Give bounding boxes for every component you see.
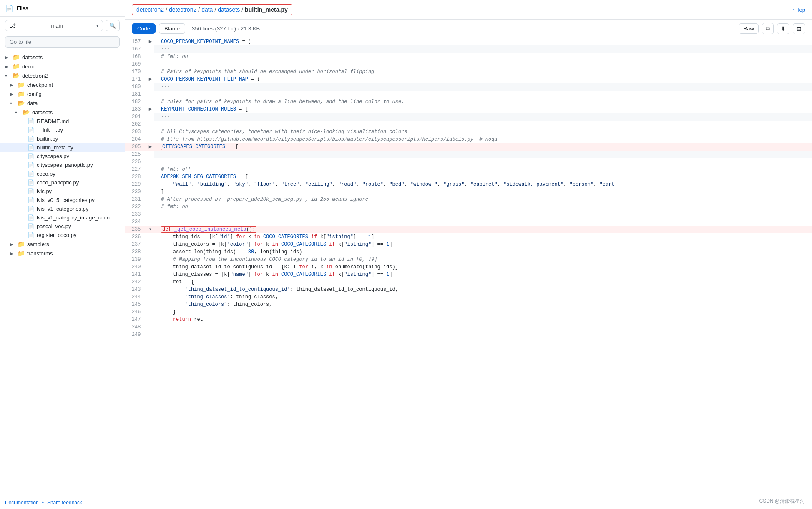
expand-button	[146, 323, 154, 331]
code-content: assert len(thing_ids) == 80, len(thing_i…	[154, 248, 812, 256]
table-row: 171 ▶ COCO_PERSON_KEYPOINT_FLIP_MAP = (	[125, 76, 812, 83]
expand-button[interactable]: ▶	[146, 38, 154, 45]
line-number: 242	[125, 278, 146, 286]
sidebar-item-datasets[interactable]: ▶ 📁 datasets	[0, 53, 125, 62]
code-content: ···	[154, 113, 812, 121]
table-row: 242 ret = {	[125, 278, 812, 286]
expand-button	[146, 293, 154, 301]
sidebar-item-config[interactable]: ▶ 📁 config	[0, 89, 125, 98]
sidebar-item-cityscapes[interactable]: 📄 cityscapes.py	[0, 152, 125, 161]
sidebar-item-register-coco[interactable]: 📄 register_coco.py	[0, 231, 125, 239]
line-number: 167	[125, 45, 146, 53]
expand-button	[146, 248, 154, 256]
table-row: 228 ADE20K_SEM_SEG_CATEGORIES = [	[125, 173, 812, 181]
sidebar-item-builtin[interactable]: 📄 builtin.py	[0, 134, 125, 143]
folder-icon: 📁	[18, 81, 25, 88]
sidebar-item-init[interactable]: 📄 __init__.py	[0, 126, 125, 134]
line-number: 204	[125, 136, 146, 143]
code-content: ]	[154, 188, 812, 196]
sidebar-item-label: datasets	[22, 54, 43, 60]
main-content: detectron2 / detectron2 / data / dataset…	[125, 0, 812, 509]
sidebar-item-label: builtin_meta.py	[37, 144, 73, 151]
chevron-down-icon: ▾	[15, 110, 20, 115]
breadcrumb-sep: /	[214, 6, 216, 13]
breadcrumb-link-data[interactable]: data	[201, 6, 213, 13]
code-content	[154, 121, 812, 128]
breadcrumb-link-detectron2[interactable]: detectron2	[169, 6, 196, 13]
sidebar-item-pascal-voc[interactable]: 📄 pascal_voc.py	[0, 222, 125, 231]
expand-button	[146, 128, 154, 136]
line-number: 181	[125, 91, 146, 98]
expand-button	[146, 263, 154, 271]
sidebar-item-lvis[interactable]: 📄 lvis.py	[0, 187, 125, 196]
copy-button[interactable]: ⧉	[762, 23, 774, 34]
sidebar-item-lvis-v0[interactable]: 📄 lvis_v0_5_categories.py	[0, 196, 125, 204]
sidebar-item-data[interactable]: ▾ 📂 data	[0, 98, 125, 108]
code-content: "wall", "building", "sky", "floor", "tre…	[154, 181, 812, 188]
table-row: 239 # Mapping from the incontinuous COCO…	[125, 256, 812, 263]
settings-button[interactable]: ⊞	[793, 23, 805, 34]
sidebar-item-lvis-v1-image[interactable]: 📄 lvis_v1_category_image_coun...	[0, 213, 125, 222]
sidebar-title: Files	[17, 5, 28, 11]
expand-button	[146, 331, 154, 338]
sidebar-item-transforms[interactable]: ▶ 📁 transforms	[0, 249, 125, 258]
breadcrumb-link-detectron2-root[interactable]: detectron2	[136, 6, 164, 13]
sidebar-item-demo[interactable]: ▶ 📁 demo	[0, 62, 125, 71]
chevron-right-icon: ▶	[5, 55, 10, 60]
sidebar-item-coco-panoptic[interactable]: 📄 coco_panoptic.py	[0, 178, 125, 187]
raw-button[interactable]: Raw	[739, 23, 759, 34]
code-content: thing_classes = [k["name"] for k in COCO…	[154, 271, 812, 278]
line-number: 227	[125, 166, 146, 173]
expand-button[interactable]: ▶	[146, 143, 154, 151]
expand-button[interactable]: ▶	[146, 106, 154, 113]
expand-button[interactable]: ▾	[146, 226, 154, 233]
branch-dropdown[interactable]: ⎇ main ▾	[5, 20, 103, 31]
sidebar-item-detectron2[interactable]: ▾ 📂 detectron2	[0, 71, 125, 80]
line-number: 240	[125, 263, 146, 271]
line-number: 233	[125, 211, 146, 218]
sidebar-item-data-datasets[interactable]: ▾ 📂 datasets	[0, 108, 125, 117]
sidebar-item-cityscapes-panoptic[interactable]: 📄 cityscapes_panoptic.py	[0, 161, 125, 169]
code-content: # rules for pairs of keypoints to draw a…	[154, 98, 812, 106]
breadcrumb-link-datasets[interactable]: datasets	[218, 6, 240, 13]
search-input[interactable]	[5, 36, 120, 48]
line-number: 235	[125, 226, 146, 233]
chevron-down-icon: ▾	[5, 73, 10, 78]
table-row: 167 ···	[125, 45, 812, 53]
code-content: ADE20K_SEM_SEG_CATEGORIES = [	[154, 173, 812, 181]
sidebar-item-label: lvis_v1_categories.py	[37, 206, 88, 212]
line-number: 168	[125, 53, 146, 60]
code-content: ret = {	[154, 278, 812, 286]
sidebar-item-label: pascal_voc.py	[37, 223, 71, 229]
search-button[interactable]: 🔍	[106, 20, 120, 31]
sidebar-item-coco[interactable]: 📄 coco.py	[0, 169, 125, 178]
line-number: 180	[125, 83, 146, 91]
line-number: 236	[125, 233, 146, 241]
blame-tab[interactable]: Blame	[159, 23, 185, 34]
sidebar-item-label: cityscapes_panoptic.py	[37, 162, 93, 168]
watermark: CSDN @清渺枕星河~	[759, 498, 808, 505]
sidebar-item-builtin-meta[interactable]: 📄 builtin_meta.py	[0, 143, 125, 152]
line-number: 247	[125, 316, 146, 323]
code-content: # After processed by `prepare_ade20k_sem…	[154, 196, 812, 203]
download-button[interactable]: ⬇	[777, 23, 789, 34]
doc-link[interactable]: Documentation	[5, 500, 39, 506]
code-content: def _get_coco_instances_meta():	[154, 226, 812, 233]
sidebar-item-samplers[interactable]: ▶ 📁 samplers	[0, 239, 125, 249]
sidebar-item-checkpoint[interactable]: ▶ 📁 checkpoint	[0, 80, 125, 89]
file-tree: ▶ 📁 datasets ▶ 📁 demo ▾ 📂 detectron2 ▶ 📁…	[0, 51, 125, 496]
top-button[interactable]: ↑ Top	[792, 7, 805, 13]
feedback-link[interactable]: Share feedback	[47, 500, 82, 506]
line-number: 243	[125, 286, 146, 293]
sidebar-item-lvis-v1[interactable]: 📄 lvis_v1_categories.py	[0, 204, 125, 213]
footer-separator: •	[42, 500, 44, 506]
expand-button[interactable]: ▶	[146, 76, 154, 83]
expand-button	[146, 83, 154, 91]
code-content: "thing_colors": thing_colors,	[154, 301, 812, 308]
sidebar-item-readme[interactable]: 📄 README.md	[0, 117, 125, 126]
expand-button	[146, 301, 154, 308]
sidebar: 📄 Files ⎇ main ▾ 🔍 ▶ 📁 datasets ▶ 📁 demo	[0, 0, 125, 509]
code-content: "thing_classes": thing_classes,	[154, 293, 812, 301]
code-content: # All Cityscapes categories, together wi…	[154, 128, 812, 136]
code-tab[interactable]: Code	[132, 23, 156, 34]
